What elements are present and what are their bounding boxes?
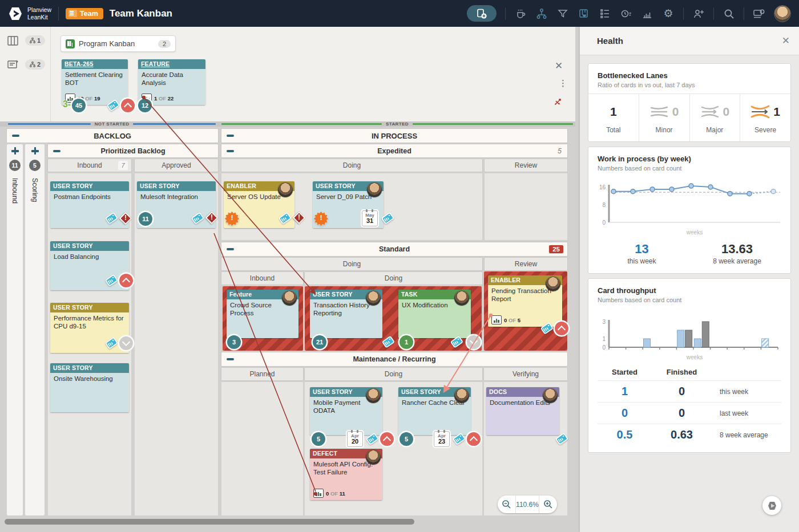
priority-up-icon[interactable] — [555, 322, 568, 335]
horizontal-scrollbar-thumb[interactable] — [5, 519, 414, 525]
priority-up-icon[interactable] — [467, 432, 481, 446]
stats-icon[interactable] — [641, 7, 653, 20]
lane-backlog-header[interactable]: BACKLOG — [7, 129, 218, 143]
column-standard-review-header[interactable]: Review — [485, 258, 567, 270]
add-card-button[interactable] — [467, 5, 497, 22]
card-onsite-warehousing[interactable]: USER STORY Onsite Warehousing — [50, 363, 129, 412]
expedite-icon[interactable] — [314, 212, 328, 226]
priority-down-icon[interactable] — [119, 336, 133, 350]
column-verifying-header[interactable]: Verifying — [484, 368, 567, 380]
due-date-badge[interactable]: May31 — [362, 210, 378, 226]
subcolumn-standard-doing-header[interactable]: Doing — [305, 272, 482, 285]
hierarchy-icon[interactable] — [535, 7, 548, 20]
add-user-icon[interactable] — [692, 7, 705, 20]
column-planned-header[interactable]: Planned — [221, 368, 303, 380]
card-count-badge[interactable]: 11 — [139, 212, 152, 226]
collapsed-lane-inbound[interactable]: 11 Inbound — [7, 144, 23, 515]
planview-leankit-logo[interactable]: PlanviewLeanKit — [8, 6, 51, 21]
tag-icon[interactable] — [104, 212, 118, 225]
card-connections-badge[interactable]: 2 — [25, 59, 45, 70]
priority-up-icon[interactable] — [380, 432, 394, 446]
lane-in-process-header[interactable]: IN PROCESS — [221, 129, 567, 143]
column-approved-header[interactable]: Approved — [135, 159, 218, 172]
more-menu-icon[interactable]: ⋮ — [559, 78, 568, 88]
tag-icon[interactable] — [278, 212, 292, 225]
priority-up-icon[interactable] — [119, 274, 133, 287]
card-pending-transaction-report[interactable]: ENABLER Pending Transaction Report 0 OF … — [488, 275, 562, 327]
tag-icon[interactable] — [104, 274, 118, 287]
dependency-lines-icon[interactable] — [552, 98, 563, 110]
support-icon[interactable] — [753, 7, 765, 20]
board-health-icon[interactable] — [578, 7, 590, 20]
card-count-badge[interactable]: 5 — [400, 432, 413, 446]
team-board-badge[interactable]: Team — [66, 8, 103, 19]
filter-icon[interactable] — [556, 7, 569, 20]
card-count-badge[interactable]: 3 — [227, 335, 241, 349]
tag-icon[interactable] — [191, 212, 204, 225]
expand-icon[interactable] — [11, 147, 19, 155]
priority-up-icon[interactable] — [121, 99, 135, 112]
blocked-alert-icon[interactable] — [293, 212, 305, 224]
column-maint-doing-header[interactable]: Doing — [305, 368, 482, 380]
column-expedited-doing-header[interactable]: Doing — [221, 159, 482, 172]
play-icon — [767, 501, 777, 511]
card-count-badge[interactable]: 1 — [400, 335, 413, 349]
gear-icon[interactable]: ⚙ — [662, 7, 675, 20]
card-documentation-edits[interactable]: DOCS Documentation Edits — [486, 387, 559, 435]
card-ux-modification[interactable]: TASK UX Modification — [398, 290, 471, 338]
card-beta-265[interactable]: BETA-265 Settlement Clearing BOT 19 OF 1… — [62, 59, 128, 105]
blocked-alert-icon[interactable] — [119, 212, 132, 225]
checklist-icon[interactable] — [599, 7, 611, 20]
card-feature[interactable]: FEATURE Accurate Data Analysis 1 OF 22 — [138, 59, 205, 105]
card-transaction-history[interactable]: USER STORY Transaction History Reporting — [310, 290, 382, 338]
walkthrough-play-button[interactable] — [762, 496, 781, 515]
tag-icon[interactable] — [381, 335, 395, 349]
tag-icon[interactable] — [555, 432, 568, 446]
board-columns-icon[interactable] — [7, 36, 18, 48]
tag-icon[interactable] — [381, 212, 394, 225]
zoom-in-button[interactable] — [539, 496, 557, 513]
expand-icon[interactable] — [31, 147, 39, 155]
due-date-badge[interactable]: Apr23 — [434, 431, 450, 447]
tag-icon[interactable] — [450, 335, 463, 349]
coffee-icon[interactable] — [514, 7, 527, 20]
tag-icon[interactable] — [104, 336, 118, 350]
card-count-badge[interactable]: 21 — [313, 335, 326, 349]
card-count-badge[interactable]: 45 — [72, 99, 86, 112]
card-mulesoft-api-config[interactable]: DEFECT Mulesoft API Config: Test Failure… — [310, 449, 382, 500]
tag-icon[interactable] — [540, 322, 554, 335]
tag-icon[interactable] — [452, 432, 466, 446]
subcolumn-standard-inbound-header[interactable]: Inbound — [221, 272, 303, 285]
collapsed-lane-scoring[interactable]: 5 Scoring — [25, 144, 45, 515]
close-icon[interactable]: ✕ — [782, 35, 790, 47]
card-preview-icon[interactable] — [7, 60, 18, 71]
time-icon[interactable] — [620, 7, 632, 20]
planned-size-badge[interactable]: 3 — [63, 99, 71, 109]
column-inbound-header[interactable]: Inbound 7 — [48, 159, 131, 172]
due-date-badge[interactable]: Apr20 — [347, 431, 363, 447]
card-crowd-source-process[interactable]: Feature Crowd Source Process — [227, 290, 298, 338]
blocked-alert-icon[interactable] — [205, 212, 218, 224]
close-icon[interactable]: ✕ — [555, 60, 563, 72]
tag-icon[interactable] — [365, 432, 379, 446]
user-avatar[interactable] — [774, 5, 791, 22]
card-count-badge[interactable]: 12 — [138, 99, 152, 112]
priority-down-icon[interactable] — [467, 335, 481, 349]
card-count-badge[interactable]: 5 — [312, 432, 325, 446]
board-connections-badge[interactable]: 1 — [25, 35, 45, 46]
lane-expedited-header[interactable]: Expedited 5 — [221, 144, 567, 157]
search-icon[interactable] — [723, 7, 735, 20]
lane-prioritized-backlog-header[interactable]: Prioritized Backlog — [48, 144, 218, 157]
zoom-out-button[interactable] — [498, 496, 515, 513]
expedite-icon[interactable] — [225, 212, 239, 226]
throughput-table: Started Finished 1 0 this week 0 0 last … — [588, 364, 790, 452]
lane-standard-header[interactable]: Standard 25 — [221, 242, 567, 256]
tag-icon[interactable] — [106, 99, 120, 112]
column-standard-doing-header[interactable]: Doing — [221, 258, 482, 270]
tab-program-kanban[interactable]: Program Kanban 2 — [60, 35, 176, 52]
card-mobile-payment-odata[interactable]: USER STORY Mobile Payment ODATA — [310, 387, 382, 435]
lane-maintenance-header[interactable]: Maintenance / Recurring — [221, 352, 567, 366]
column-expedited-review-header[interactable]: Review — [485, 159, 567, 172]
card-rancher-cache-clear[interactable]: USER STORY Rancher Cache Clear — [398, 387, 471, 435]
health-panel-header: Health ✕ — [580, 27, 799, 55]
